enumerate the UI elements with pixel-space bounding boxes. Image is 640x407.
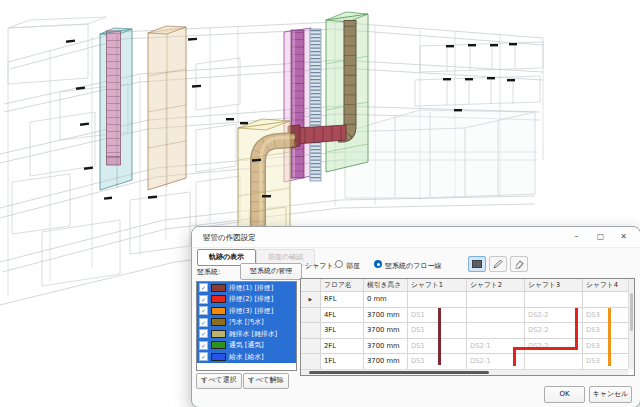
row-selector[interactable]: [301, 323, 321, 339]
shaft-cell[interactable]: [583, 292, 628, 308]
maximize-icon[interactable]: ▢: [593, 230, 608, 244]
row-selector[interactable]: [301, 354, 321, 369]
grid-vertical-scrollbar[interactable]: [628, 279, 634, 369]
close-icon[interactable]: ✕: [616, 230, 631, 244]
shaft-cell[interactable]: DS2-2: [525, 323, 583, 339]
shaft-cell[interactable]: DS3: [583, 308, 628, 324]
system-checkbox[interactable]: ✓: [199, 306, 208, 315]
shaft-cell[interactable]: DS2-1: [467, 339, 525, 355]
system-checkbox[interactable]: ✓: [199, 295, 208, 304]
grid-column-header[interactable]: 横引き高さ: [364, 279, 408, 292]
height-cell[interactable]: 3700 mm: [364, 339, 408, 355]
shaft-cell[interactable]: DS3: [583, 323, 628, 339]
system-list-item[interactable]: ✓雑排水 [雑排水]: [197, 328, 296, 340]
grid-row[interactable]: 4FL3700 mmDS1DS2-2DS3: [301, 308, 628, 324]
grid-row[interactable]: 1FL3700 mmDS1DS2-1DS3: [301, 354, 628, 369]
shaft-cell[interactable]: DS1: [408, 339, 467, 355]
shaft-cyan: [100, 28, 132, 190]
grid-row[interactable]: ▶RFL0 mm: [301, 292, 628, 308]
row-selector[interactable]: [301, 308, 321, 324]
radio-room-label[interactable]: 部屋: [346, 261, 360, 271]
shaft-cell[interactable]: DS1: [408, 354, 467, 369]
shaft-cell[interactable]: DS3: [583, 339, 628, 355]
system-list-item[interactable]: ✓排煙(2) [排煙]: [197, 294, 296, 306]
shaft-cell[interactable]: DS2-2: [525, 308, 583, 324]
cancel-button[interactable]: キャンセル: [589, 386, 632, 403]
floor-name-cell[interactable]: 1FL: [321, 354, 364, 369]
height-cell[interactable]: 3700 mm: [364, 354, 408, 369]
grid-horizontal-scrollbar[interactable]: [301, 369, 628, 375]
grid-column-header[interactable]: シャフト4: [583, 279, 628, 292]
system-color-swatch: [211, 330, 226, 338]
height-cell[interactable]: 0 mm: [364, 292, 408, 308]
shaft-cell[interactable]: [467, 308, 525, 324]
shaft-cell[interactable]: DS3: [583, 354, 628, 369]
deselect-all-button[interactable]: すべて解除: [243, 373, 289, 389]
grid-row[interactable]: 3FL3700 mmDS1DS2-2DS3: [301, 323, 628, 339]
ok-button[interactable]: OK: [544, 386, 585, 403]
system-color-swatch: [211, 295, 226, 303]
system-list-item[interactable]: ✓汚水 [汚水]: [197, 317, 296, 329]
shaft-yellow: [238, 119, 290, 240]
shaft-grid-body: フロア名横引き高さシャフト1シャフト2シャフト3シャフト4 ▶RFL0 mm4F…: [301, 279, 628, 369]
system-list-item[interactable]: ✓排煙(1) [排煙]: [197, 282, 296, 294]
radio-room[interactable]: [335, 260, 343, 268]
height-cell[interactable]: 3700 mm: [364, 323, 408, 339]
grid-vertical-scrollbar-thumb[interactable]: [630, 293, 633, 331]
system-checkbox[interactable]: ✓: [199, 283, 208, 292]
radio-flow-line-label[interactable]: 竪系統のフロー線: [385, 261, 442, 271]
row-selector[interactable]: [301, 339, 321, 355]
grid-column-header[interactable]: シャフト3: [525, 279, 583, 292]
shaft-green: [326, 12, 368, 172]
shaft-cell[interactable]: [525, 354, 583, 369]
dialog-title: 竪管の作図設定: [203, 233, 256, 243]
row-selector[interactable]: ▶: [301, 292, 321, 308]
system-checkbox[interactable]: ✓: [199, 352, 208, 361]
ladder-rack: [310, 29, 321, 181]
floor-name-cell[interactable]: 4FL: [321, 308, 364, 324]
system-list[interactable]: ✓排煙(1) [排煙]✓排煙(2) [排煙]✓排煙(3) [排煙]✓汚水 [汚水…: [196, 281, 297, 371]
select-all-button[interactable]: すべて選択: [196, 373, 242, 389]
grid-column-header[interactable]: フロア名: [321, 279, 364, 292]
shaft-cell[interactable]: [467, 323, 525, 339]
minimize-icon[interactable]: –: [569, 230, 584, 244]
shaft-cell[interactable]: DS2-1: [467, 354, 525, 369]
shaft-grid[interactable]: フロア名横引き高さシャフト1シャフト2シャフト3シャフト4 ▶RFL0 mm4F…: [300, 278, 635, 376]
system-list-item[interactable]: ✓給水 [給水]: [197, 351, 296, 363]
system-label-text: 排煙(1) [排煙]: [229, 283, 273, 293]
system-label-text: 排煙(3) [排煙]: [229, 306, 273, 316]
floor-name-cell[interactable]: 2FL: [321, 339, 364, 355]
system-checkbox[interactable]: ✓: [199, 318, 208, 327]
eraser-icon: [514, 259, 525, 269]
radio-flow-line[interactable]: [374, 260, 382, 268]
shaft-cell[interactable]: [467, 292, 525, 308]
shaft-cell[interactable]: [408, 292, 467, 308]
system-list-item[interactable]: ✓通気 [通気]: [197, 340, 296, 352]
manage-systems-button[interactable]: 竪系統の管理: [240, 263, 302, 280]
shaft-cell[interactable]: [525, 292, 583, 308]
system-color-swatch: [211, 318, 226, 326]
shaft-cell[interactable]: DS1: [408, 323, 467, 339]
system-list-item[interactable]: ✓排煙(3) [排煙]: [197, 305, 296, 317]
grid-column-header[interactable]: シャフト1: [408, 279, 467, 292]
system-label-text: 排煙(2) [排煙]: [229, 294, 273, 304]
select-tool-button[interactable]: [468, 256, 486, 272]
floor-name-cell[interactable]: 3FL: [321, 323, 364, 339]
flow-line-toolbar: [468, 256, 528, 272]
height-cell[interactable]: 3700 mm: [364, 308, 408, 324]
pen-tool-button[interactable]: [489, 256, 507, 272]
shaft-tan: [148, 26, 186, 190]
shaft-cell[interactable]: DS2-2: [525, 339, 583, 355]
eraser-tool-button[interactable]: [510, 256, 528, 272]
shaft-cell[interactable]: DS1: [408, 308, 467, 324]
grid-column-header[interactable]: シャフト2: [467, 279, 525, 292]
system-label-text: 給水 [給水]: [229, 352, 264, 362]
floor-name-cell[interactable]: RFL: [321, 292, 364, 308]
system-checkbox[interactable]: ✓: [199, 329, 208, 338]
grid-horizontal-scrollbar-thumb[interactable]: [309, 371, 489, 374]
system-color-swatch: [211, 353, 226, 361]
dialog-titlebar[interactable]: 竪管の作図設定 – ▢ ✕: [192, 227, 640, 248]
select-tool-icon: [472, 260, 482, 268]
grid-row[interactable]: 2FL3700 mmDS1DS2-1DS2-2DS3: [301, 339, 628, 355]
system-checkbox[interactable]: ✓: [199, 341, 208, 350]
